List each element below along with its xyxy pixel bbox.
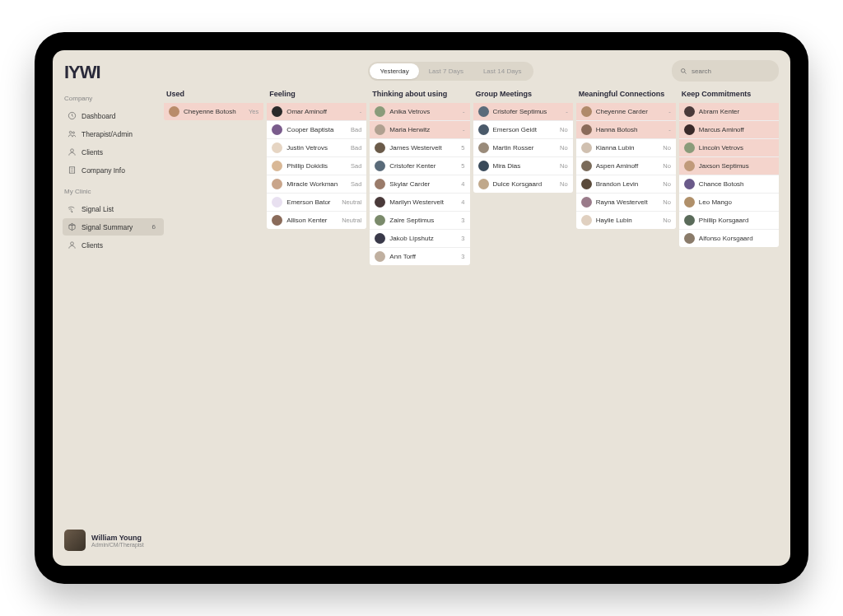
client-name: Jakob Lipshutz xyxy=(389,235,457,242)
column-header: Thinking about using xyxy=(370,90,469,103)
client-value: No xyxy=(663,180,671,188)
client-card[interactable]: Alfonso Korsgaard xyxy=(679,230,779,247)
avatar xyxy=(272,124,282,135)
client-card[interactable]: Cristofer Kenter5 xyxy=(370,157,469,175)
nav-section-company: Company DashboardTherapist/AdminClientsC… xyxy=(63,95,164,180)
client-card[interactable]: Abram Kenter xyxy=(679,103,779,121)
client-value: - xyxy=(463,126,465,133)
client-card[interactable]: Cristofer Septimus- xyxy=(473,103,573,121)
tab-last-7-days[interactable]: Last 7 Days xyxy=(419,63,473,79)
avatar xyxy=(684,106,695,117)
client-card[interactable]: Brandon LevinNo xyxy=(576,175,676,194)
svg-point-5 xyxy=(72,212,72,212)
client-card[interactable]: Chance Botosh xyxy=(679,175,779,194)
avatar xyxy=(478,124,489,135)
nav-item-company-info[interactable]: Company Info xyxy=(63,161,164,179)
tab-last-14-days[interactable]: Last 14 Days xyxy=(473,63,532,79)
client-card[interactable]: Marcus Aminoff xyxy=(679,121,779,139)
avatar xyxy=(375,215,385,226)
column-feeling: FeelingOmar Aminoff-Cooper BaptistaBadJu… xyxy=(267,90,366,229)
nav-item-dashboard[interactable]: Dashboard xyxy=(63,107,164,124)
date-range-tabs: YesterdayLast 7 DaysLast 14 Days xyxy=(368,62,533,81)
client-name: Anika Vetrovs xyxy=(389,108,459,115)
logo: IYWI xyxy=(63,62,164,83)
avatar xyxy=(272,197,282,208)
client-card[interactable]: Allison KenterNeutral xyxy=(267,212,366,229)
nav-item-therapist-admin[interactable]: Therapist/Admin xyxy=(63,125,164,142)
client-value: Yes xyxy=(249,108,258,115)
svg-point-3 xyxy=(71,149,74,152)
svg-line-8 xyxy=(685,72,687,74)
client-card[interactable]: Kianna LubinNo xyxy=(576,139,676,157)
client-card[interactable]: Mira DiasNo xyxy=(473,157,573,175)
client-name: Cristofer Kenter xyxy=(389,162,457,170)
avatar xyxy=(581,179,592,189)
client-value: No xyxy=(663,162,671,170)
user-block[interactable]: William Young Admin/CM/Therapist xyxy=(63,526,164,556)
client-card[interactable]: Cheyenne BotoshYes xyxy=(164,103,263,120)
search-input[interactable] xyxy=(692,68,771,75)
client-name: Aspen Aminoff xyxy=(596,162,659,170)
svg-point-6 xyxy=(71,242,74,245)
client-value: Sad xyxy=(351,162,361,170)
client-card[interactable]: Emerson BatorNeutral xyxy=(267,194,366,212)
client-card[interactable]: Marilyn Westervelt4 xyxy=(370,194,469,212)
client-card[interactable]: Aspen AminoffNo xyxy=(576,157,676,175)
column-used: UsedCheyenne BotoshYes xyxy=(164,90,263,120)
client-name: Skylar Carder xyxy=(389,180,457,188)
avatar xyxy=(581,215,592,226)
client-value: No xyxy=(560,180,568,188)
client-name: Abram Kenter xyxy=(699,108,770,115)
avatar xyxy=(272,106,282,117)
client-card[interactable]: Phillip DokidisSad xyxy=(267,157,366,175)
client-value: 3 xyxy=(461,235,464,242)
client-value: 5 xyxy=(461,144,464,152)
client-card[interactable]: Lincoln Vetrovs xyxy=(679,139,779,157)
nav-item-label: Clients xyxy=(82,148,103,156)
client-name: Ann Torff xyxy=(389,253,457,260)
client-card[interactable]: Leo Mango xyxy=(679,194,779,212)
user-role: Admin/CM/Therapist xyxy=(91,542,144,548)
client-card[interactable]: Jaxson Septimus xyxy=(679,157,779,175)
nav-item-signal-summary[interactable]: Signal Summary6 xyxy=(63,218,164,236)
client-value: No xyxy=(560,144,568,152)
client-card[interactable]: Omar Aminoff- xyxy=(267,103,366,121)
client-value: - xyxy=(566,108,568,115)
nav-item-clients[interactable]: Clients xyxy=(63,236,164,254)
client-name: Chance Botosh xyxy=(699,180,770,188)
client-name: Haylie Lubin xyxy=(596,217,659,224)
client-card[interactable]: Dulce KorsgaardNo xyxy=(473,175,573,193)
client-card[interactable]: Justin VetrovsBad xyxy=(267,139,366,157)
avatar xyxy=(375,251,385,262)
client-card[interactable]: Hanna Botosh- xyxy=(576,121,676,139)
nav-item-signal-list[interactable]: Signal List xyxy=(63,200,164,217)
client-card[interactable]: Emerson GeidtNo xyxy=(473,121,573,139)
nav-item-clients[interactable]: Clients xyxy=(63,143,164,161)
column-group-meetings: Group MeetingsCristofer Septimus-Emerson… xyxy=(473,90,573,193)
client-card[interactable]: Jakob Lipshutz3 xyxy=(370,230,469,248)
client-card[interactable]: Cooper BaptistaBad xyxy=(267,121,366,139)
client-card[interactable]: James Westervelt5 xyxy=(370,139,469,157)
avatar xyxy=(478,142,489,153)
avatar xyxy=(272,215,282,226)
client-card[interactable]: Maria Herwitz- xyxy=(370,121,469,139)
client-card[interactable]: Miracle WorkmanSad xyxy=(267,175,366,194)
tab-yesterday[interactable]: Yesterday xyxy=(370,63,418,79)
client-card[interactable]: Rayna WesterveltNo xyxy=(576,194,676,212)
client-card[interactable]: Ann Torff3 xyxy=(370,248,469,265)
client-card[interactable]: Anika Vetrovs- xyxy=(370,103,469,121)
nav-item-count: 6 xyxy=(152,223,159,231)
client-card[interactable]: Phillip Korsgaard xyxy=(679,212,779,230)
client-name: Dulce Korsgaard xyxy=(493,180,557,188)
client-card[interactable]: Martin RosserNo xyxy=(473,139,573,157)
client-name: Cooper Baptista xyxy=(286,126,347,133)
search-box[interactable] xyxy=(672,60,779,82)
nav-item-label: Dashboard xyxy=(82,112,116,120)
client-card[interactable]: Haylie LubinNo xyxy=(576,212,676,229)
client-card[interactable]: Cheyenne Carder- xyxy=(576,103,676,121)
client-card[interactable]: Skylar Carder4 xyxy=(370,175,469,194)
client-card[interactable]: Zaire Septimus3 xyxy=(370,212,469,230)
client-value: - xyxy=(360,108,362,115)
avatar xyxy=(684,161,695,171)
client-name: Alfonso Korsgaard xyxy=(699,235,770,242)
